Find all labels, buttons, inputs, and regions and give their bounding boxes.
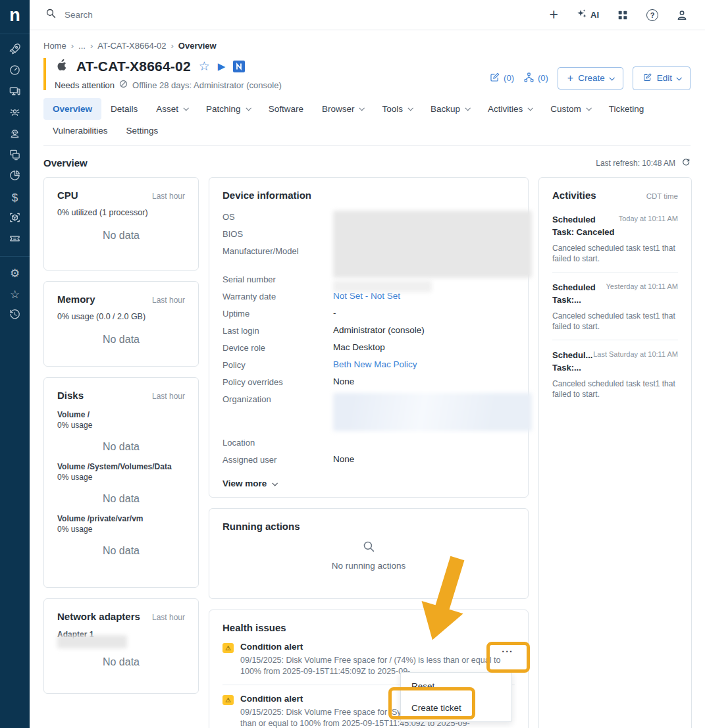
cpu-period: Last hour [152,192,185,201]
redacted-adapter-value [57,635,127,648]
menu-item-create-ticket[interactable]: Create ticket [401,697,511,719]
devices-icon [9,85,21,100]
chevron-down-icon [586,105,591,111]
settings-gear-icon: ⚙ [10,268,20,279]
sidebar-item-getting-started[interactable] [0,39,30,61]
sidebar-item-settings[interactable]: ⚙ [0,263,30,284]
disks-title: Disks [57,390,84,401]
memory-card: Memory Last hour 0% usage (0.0 / 2.0 GB)… [43,281,199,367]
health-issues-title: Health issues [222,622,515,633]
sidebar: n $ ⚙ ☆ [0,0,30,728]
device-status: Needs attention [55,80,115,90]
device-information-card: Device information OS BIOS Manufacturer/… [209,177,529,498]
sidebar-item-apps[interactable] [0,145,30,166]
tab-vulnerabilities[interactable]: Vulnerabilities [43,120,117,142]
cpu-subtitle: 0% utilized (1 processor) [57,208,185,217]
ai-assistant-button[interactable]: AI [576,8,599,22]
activity-entry[interactable]: Yesterday at 10:11 AM Scheduled Task:...… [552,272,678,340]
ninja-logo[interactable]: n [9,7,20,24]
notes-count-button[interactable]: (0) [489,72,514,85]
sidebar-divider-top [0,34,30,34]
help-icon[interactable]: ? [646,9,658,21]
memory-no-data: No data [57,334,185,346]
chevron-down-icon [246,105,251,111]
rocket-icon [9,43,21,58]
related-items-button[interactable]: (0) [523,72,548,85]
redacted-organization [333,393,532,431]
view-more-button[interactable]: View more [222,479,515,488]
network-title: Network adapters [57,611,140,622]
sidebar-item-end-users[interactable] [0,103,30,124]
systray-cube-icon [9,211,21,226]
activity-entry[interactable]: Last Saturday at 10:11 AM Schedul... Tas… [552,340,678,407]
device-header: AT-CAT-X8664-02 ☆ ▶ Needs attention Offl… [43,58,282,90]
tab-patching[interactable]: Patching [197,98,259,120]
edit-button[interactable]: Edit [633,66,691,90]
global-search-input[interactable] [65,10,262,20]
tab-backup[interactable]: Backup [421,98,479,120]
menu-item-reset[interactable]: Reset [401,675,511,697]
network-period: Last hour [152,613,185,622]
hierarchy-icon [523,72,535,85]
tab-browser[interactable]: Browser [313,98,373,120]
tab-settings[interactable]: Settings [117,120,168,142]
activity-entry[interactable]: Today at 10:11 AM Scheduled Task: Cancel… [552,205,678,272]
chevron-down-icon [528,105,533,111]
network-no-data: No data [57,656,185,668]
compose-note-icon [489,72,500,85]
sidebar-item-dashboard[interactable] [0,61,30,82]
sidebar-item-support[interactable] [0,124,30,145]
disks-card: Disks Last hour Volume / 0% usage No dat… [43,377,199,588]
cpu-card: CPU Last hour 0% utilized (1 processor) … [43,177,199,271]
tab-tools[interactable]: Tools [373,98,421,120]
disk-volume: Volume /System/Volumes/Data 0% usage No … [57,462,185,505]
sidebar-item-history[interactable] [0,305,30,326]
alert-actions-menu-button[interactable]: ... [502,644,513,654]
policy-link[interactable]: Beth New Mac Policy [333,359,417,369]
disk-volume: Volume / 0% usage No data [57,410,185,453]
activities-title: Activities [552,190,596,201]
user-menu-icon[interactable] [676,9,688,21]
refresh-icon[interactable] [681,157,691,169]
apps-windows-icon [9,148,21,163]
tab-asset[interactable]: Asset [147,98,197,120]
play-icon[interactable]: ▶ [218,61,226,71]
breadcrumb-home[interactable]: Home [43,41,66,51]
sidebar-item-reports[interactable] [0,166,30,187]
breadcrumb-device[interactable]: AT-CAT-X8664-02 [97,41,166,51]
sidebar-item-billing[interactable]: $ [0,187,30,208]
cpu-title: CPU [57,190,78,201]
tab-custom[interactable]: Custom [541,98,600,120]
activities-card: Activities CDT time Today at 10:11 AM Sc… [538,177,692,728]
tab-overview[interactable]: Overview [43,98,101,120]
tab-activities[interactable]: Activities [479,98,541,120]
favorite-star-icon[interactable]: ☆ [199,60,210,72]
tab-software[interactable]: Software [259,98,313,120]
breadcrumb-ellipsis[interactable]: ... [78,41,86,51]
alert-context-menu: Reset Create ticket [400,672,512,722]
apps-grid-icon[interactable] [617,9,629,21]
ai-sparkle-icon [576,8,588,22]
create-button[interactable]: + Create [558,67,623,90]
ai-label: AI [590,10,599,20]
network-adapters-card: Network adapters Last hour Adapter 1 No … [43,598,199,694]
sidebar-item-favorites[interactable]: ☆ [0,284,30,305]
quick-add-icon[interactable]: + [550,7,558,22]
chevron-down-icon [609,75,614,80]
tab-details[interactable]: Details [101,98,147,120]
breadcrumb-current: Overview [178,41,217,51]
breadcrumb: Home › ... › AT-CAT-X8664-02 › Overview [43,41,691,51]
last-refresh-text: Last refresh: 10:48 AM [596,159,675,168]
sidebar-item-devices[interactable] [0,82,30,103]
disks-period: Last hour [152,392,185,401]
search-empty-icon [362,540,376,556]
offline-icon [119,80,128,90]
redacted-serial [333,280,432,292]
sidebar-item-systray[interactable] [0,208,30,229]
tab-ticketing[interactable]: Ticketing [600,98,654,120]
remote-connect-icon[interactable] [233,61,245,72]
cpu-no-data: No data [57,230,185,242]
warning-icon: ⚠ [222,695,234,705]
memory-subtitle: 0% usage (0.0 / 2.0 GB) [57,312,185,321]
sidebar-item-ticketing[interactable] [0,229,30,250]
